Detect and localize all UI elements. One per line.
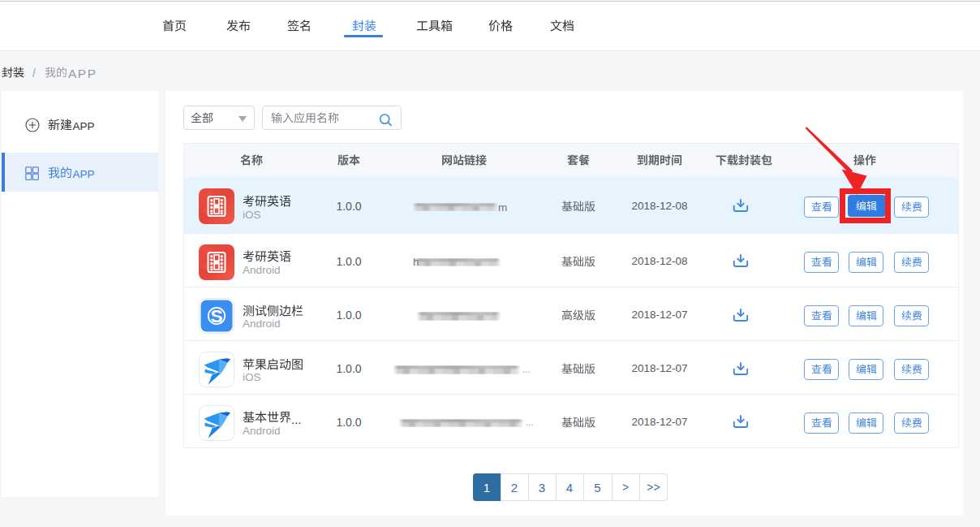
svg-text:S: S — [210, 306, 222, 326]
